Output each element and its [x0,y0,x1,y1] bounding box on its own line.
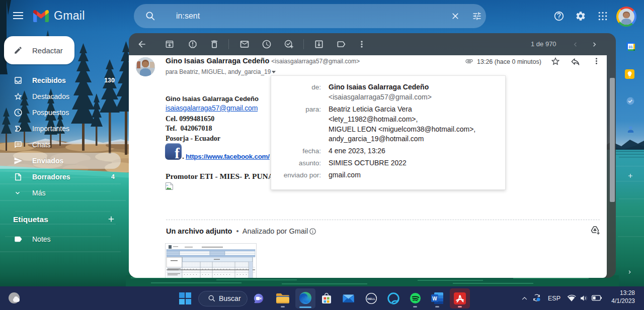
svg-text:31: 31 [628,45,632,49]
svg-text:W: W [432,296,437,301]
svg-text:DELL: DELL [367,297,375,300]
